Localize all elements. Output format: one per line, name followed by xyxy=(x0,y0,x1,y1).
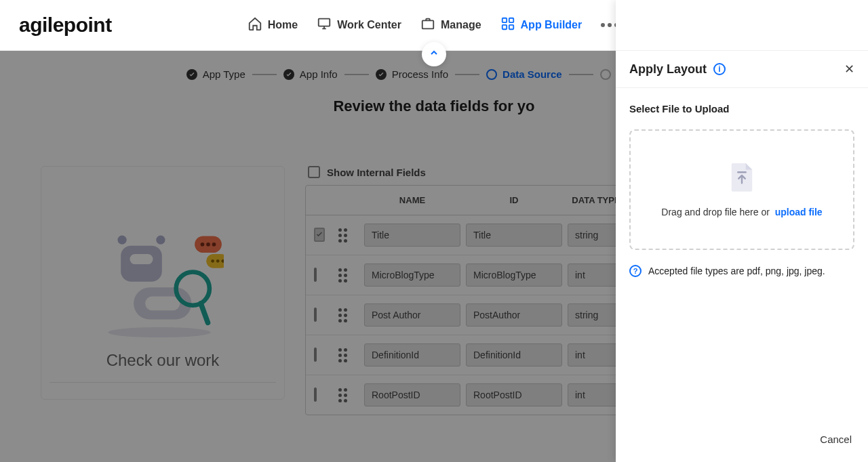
nav-center: Home Work Center Manage App Builder xyxy=(248,16,619,34)
svg-rect-0 xyxy=(319,19,330,26)
upload-heading: Select File to Upload xyxy=(629,103,854,114)
side-panel-footer: Cancel xyxy=(616,434,868,462)
nav-work-center[interactable]: Work Center xyxy=(317,16,401,34)
side-panel-header: Apply Layout i ✕ xyxy=(616,51,868,88)
nav-manage-label: Manage xyxy=(441,19,481,31)
info-icon[interactable]: i xyxy=(713,63,726,75)
logo: agilepoint xyxy=(19,14,112,37)
dropzone-text: Drag and drop file here or upload file xyxy=(661,207,822,217)
svg-rect-1 xyxy=(422,20,434,28)
upload-file-link[interactable]: upload file xyxy=(775,207,823,217)
svg-rect-4 xyxy=(502,25,506,29)
nav-home-label: Home xyxy=(268,19,298,31)
upload-file-icon xyxy=(729,162,755,193)
accepted-types: ? Accepted file types are pdf, png, jpg,… xyxy=(629,265,854,277)
home-icon xyxy=(248,16,262,34)
side-panel-body: Select File to Upload Drag and drop file… xyxy=(616,88,868,434)
file-dropzone[interactable]: Drag and drop file here or upload file xyxy=(629,129,854,250)
nav-work-center-label: Work Center xyxy=(337,19,401,31)
nav-app-builder[interactable]: App Builder xyxy=(500,16,583,34)
close-icon[interactable]: ✕ xyxy=(844,62,854,77)
chevron-up-icon xyxy=(429,47,439,61)
cancel-button[interactable]: Cancel xyxy=(820,434,852,445)
help-icon[interactable]: ? xyxy=(629,265,642,277)
svg-rect-2 xyxy=(502,18,506,22)
grid-icon xyxy=(500,16,515,34)
side-panel-title: Apply Layout xyxy=(629,62,707,77)
nav-home[interactable]: Home xyxy=(248,16,298,34)
side-panel: Apply Layout i ✕ Select File to Upload D… xyxy=(616,0,868,462)
accepted-types-text: Accepted file types are pdf, png, jpg, j… xyxy=(648,266,825,276)
dropzone-label: Drag and drop file here or xyxy=(661,207,770,217)
svg-rect-5 xyxy=(509,25,513,29)
briefcase-icon xyxy=(420,16,435,34)
nav-manage[interactable]: Manage xyxy=(420,16,481,34)
nav-app-builder-label: App Builder xyxy=(521,19,583,31)
svg-rect-3 xyxy=(509,18,513,22)
monitor-icon xyxy=(317,16,332,34)
collapse-nav-button[interactable] xyxy=(422,42,446,66)
